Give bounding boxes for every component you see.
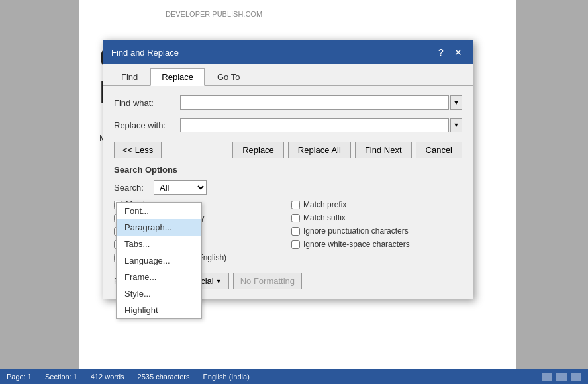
dropdown-item-paragraph[interactable]: Paragraph... <box>117 219 201 236</box>
search-options-label: Search Options <box>114 165 462 175</box>
dropdown-item-frame[interactable]: Frame... <box>117 269 201 285</box>
checkbox-ignore-space: Ignore white-space characters <box>291 240 462 249</box>
dropdown-item-tabs[interactable]: Tabs... <box>117 236 201 252</box>
options-col-right: Match prefix Match suffix Ignore punctua… <box>291 200 462 266</box>
match-prefix-label: Match prefix <box>303 200 346 209</box>
replace-with-dropdown[interactable]: ▼ <box>450 118 462 132</box>
status-right <box>542 373 581 381</box>
ignore-space-label: Ignore white-space characters <box>303 240 410 249</box>
cancel-button[interactable]: Cancel <box>416 142 462 158</box>
view-icon-read[interactable] <box>556 373 567 381</box>
dialog-tabs: Find Replace Go To <box>103 64 473 86</box>
special-arrow-icon: ▼ <box>216 278 222 285</box>
dialog-title-buttons: ? ✕ <box>434 46 465 59</box>
ignore-punct-label: Ignore punctuation characters <box>303 226 409 236</box>
tab-goto[interactable]: Go To <box>206 68 251 85</box>
find-what-label: Find what: <box>114 98 180 108</box>
status-chars: 2535 characters <box>138 373 190 381</box>
status-bar: Page: 1 Section: 1 412 words 2535 charac… <box>0 369 588 384</box>
status-words: 412 words <box>91 373 124 381</box>
find-what-dropdown[interactable]: ▼ <box>450 95 462 110</box>
replace-with-input[interactable] <box>180 118 449 132</box>
match-prefix-checkbox[interactable] <box>291 201 300 209</box>
replace-with-row: Replace with: ▼ <box>114 118 462 132</box>
watermark: DEVELOPER PUBLISH.COM <box>166 10 262 18</box>
format-dropdown-menu: Font... Paragraph... Tabs... Language...… <box>116 202 202 319</box>
buttons-row: << Less Replace Replace All Find Next Ca… <box>114 142 462 158</box>
match-suffix-label: Match suffix <box>303 213 346 222</box>
ignore-punct-checkbox[interactable] <box>291 227 300 236</box>
ignore-space-checkbox[interactable] <box>291 240 300 249</box>
find-next-button[interactable]: Find Next <box>355 142 412 158</box>
replace-all-button[interactable]: Replace All <box>288 142 351 158</box>
status-language: English (India) <box>203 373 250 381</box>
replace-with-input-wrap: ▼ <box>180 118 462 132</box>
dropdown-item-highlight[interactable]: Highlight <box>117 302 201 318</box>
checkbox-ignore-punct: Ignore punctuation characters <box>291 226 462 236</box>
dropdown-item-language[interactable]: Language... <box>117 252 201 269</box>
find-what-input[interactable] <box>180 95 449 110</box>
replace-with-label: Replace with: <box>114 120 180 130</box>
dialog-help-button[interactable]: ? <box>434 46 448 59</box>
checkbox-match-suffix: Match suffix <box>291 213 462 222</box>
dropdown-item-font[interactable]: Font... <box>117 203 201 219</box>
find-what-row: Find what: ▼ <box>114 95 462 110</box>
status-section: Section: 1 <box>45 373 77 381</box>
dropdown-item-style[interactable]: Style... <box>117 285 201 302</box>
match-suffix-checkbox[interactable] <box>291 214 300 222</box>
view-icon-print[interactable] <box>542 373 552 381</box>
checkbox-match-prefix: Match prefix <box>291 200 462 209</box>
search-label: Search: <box>114 183 154 193</box>
no-formatting-button[interactable]: No Formatting <box>233 273 302 289</box>
status-page: Page: 1 <box>7 373 32 381</box>
find-what-input-wrap: ▼ <box>180 95 462 110</box>
dialog-titlebar: Find and Replace ? ✕ <box>103 40 473 64</box>
less-button[interactable]: << Less <box>114 142 162 158</box>
dialog-title: Find and Replace <box>111 48 179 58</box>
tab-replace[interactable]: Replace <box>150 68 205 86</box>
dialog-close-button[interactable]: ✕ <box>452 46 465 59</box>
replace-button[interactable]: Replace <box>232 142 284 158</box>
search-select[interactable]: All Up Down <box>154 180 207 195</box>
search-row: Search: All Up Down <box>114 180 462 195</box>
tab-find[interactable]: Find <box>110 68 149 85</box>
view-icon-web[interactable] <box>571 373 581 381</box>
search-select-wrap: All Up Down <box>154 180 207 195</box>
